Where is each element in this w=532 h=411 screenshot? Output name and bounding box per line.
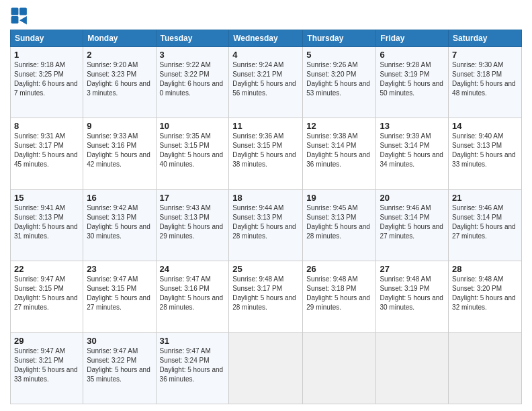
day-detail: Sunrise: 9:41 AM Sunset: 3:13 PM Dayligh…	[14, 203, 79, 241]
svg-marker-3	[19, 16, 27, 24]
calendar-cell: 14 Sunrise: 9:40 AM Sunset: 3:13 PM Dayl…	[449, 118, 522, 189]
day-number: 7	[452, 50, 518, 60]
calendar-week-3: 15 Sunrise: 9:41 AM Sunset: 3:13 PM Dayl…	[11, 189, 522, 261]
day-detail: Sunrise: 9:39 AM Sunset: 3:14 PM Dayligh…	[380, 132, 445, 169]
day-detail: Sunrise: 9:26 AM Sunset: 3:20 PM Dayligh…	[306, 60, 372, 98]
day-detail: Sunrise: 9:40 AM Sunset: 3:13 PM Dayligh…	[452, 132, 518, 169]
day-number: 18	[232, 193, 299, 203]
calendar-cell: 4 Sunrise: 9:24 AM Sunset: 3:21 PM Dayli…	[229, 47, 303, 118]
calendar-cell	[303, 332, 376, 404]
day-number: 27	[380, 264, 445, 274]
day-detail: Sunrise: 9:45 AM Sunset: 3:13 PM Dayligh…	[306, 203, 372, 241]
day-detail: Sunrise: 9:20 AM Sunset: 3:23 PM Dayligh…	[87, 60, 152, 98]
day-detail: Sunrise: 9:42 AM Sunset: 3:13 PM Dayligh…	[87, 203, 152, 241]
calendar-header-wednesday: Wednesday	[229, 30, 303, 47]
calendar-cell: 3 Sunrise: 9:22 AM Sunset: 3:22 PM Dayli…	[156, 47, 229, 118]
day-detail: Sunrise: 9:47 AM Sunset: 3:15 PM Dayligh…	[14, 275, 79, 312]
day-detail: Sunrise: 9:48 AM Sunset: 3:20 PM Dayligh…	[452, 275, 518, 312]
calendar-week-2: 8 Sunrise: 9:31 AM Sunset: 3:17 PM Dayli…	[11, 118, 522, 189]
day-detail: Sunrise: 9:35 AM Sunset: 3:15 PM Dayligh…	[160, 132, 226, 169]
calendar-cell: 27 Sunrise: 9:48 AM Sunset: 3:19 PM Dayl…	[376, 261, 449, 332]
calendar-header-sunday: Sunday	[11, 30, 83, 47]
calendar-table: SundayMondayTuesdayWednesdayThursdayFrid…	[10, 30, 522, 404]
logo	[10, 7, 32, 26]
calendar-cell: 31 Sunrise: 9:47 AM Sunset: 3:24 PM Dayl…	[156, 332, 229, 404]
day-detail: Sunrise: 9:47 AM Sunset: 3:15 PM Dayligh…	[87, 275, 152, 312]
calendar-week-5: 29 Sunrise: 9:47 AM Sunset: 3:21 PM Dayl…	[11, 332, 522, 404]
page: SundayMondayTuesdayWednesdayThursdayFrid…	[0, 0, 532, 411]
calendar-cell: 11 Sunrise: 9:36 AM Sunset: 3:15 PM Dayl…	[229, 118, 303, 189]
day-detail: Sunrise: 9:30 AM Sunset: 3:18 PM Dayligh…	[452, 60, 518, 98]
day-detail: Sunrise: 9:48 AM Sunset: 3:18 PM Dayligh…	[306, 275, 372, 312]
calendar-cell: 22 Sunrise: 9:47 AM Sunset: 3:15 PM Dayl…	[11, 261, 83, 332]
calendar-cell: 13 Sunrise: 9:39 AM Sunset: 3:14 PM Dayl…	[376, 118, 449, 189]
calendar-header-thursday: Thursday	[303, 30, 376, 47]
day-detail: Sunrise: 9:46 AM Sunset: 3:14 PM Dayligh…	[380, 203, 445, 241]
calendar-cell: 15 Sunrise: 9:41 AM Sunset: 3:13 PM Dayl…	[11, 189, 83, 261]
day-detail: Sunrise: 9:33 AM Sunset: 3:16 PM Dayligh…	[87, 132, 152, 169]
calendar-cell: 24 Sunrise: 9:47 AM Sunset: 3:16 PM Dayl…	[156, 261, 229, 332]
calendar-cell: 30 Sunrise: 9:47 AM Sunset: 3:22 PM Dayl…	[83, 332, 156, 404]
day-number: 31	[160, 336, 226, 346]
day-number: 24	[160, 264, 226, 274]
day-number: 8	[14, 121, 79, 131]
day-number: 11	[232, 121, 299, 131]
calendar-cell: 8 Sunrise: 9:31 AM Sunset: 3:17 PM Dayli…	[11, 118, 83, 189]
day-detail: Sunrise: 9:43 AM Sunset: 3:13 PM Dayligh…	[160, 203, 226, 241]
calendar-cell: 12 Sunrise: 9:38 AM Sunset: 3:14 PM Dayl…	[303, 118, 376, 189]
day-number: 12	[306, 121, 372, 131]
calendar-cell: 21 Sunrise: 9:46 AM Sunset: 3:14 PM Dayl…	[449, 189, 522, 261]
calendar-header-monday: Monday	[83, 30, 156, 47]
logo-icon	[10, 7, 29, 26]
day-number: 16	[87, 193, 152, 203]
calendar-cell: 6 Sunrise: 9:28 AM Sunset: 3:19 PM Dayli…	[376, 47, 449, 118]
calendar-header-friday: Friday	[376, 30, 449, 47]
day-detail: Sunrise: 9:31 AM Sunset: 3:17 PM Dayligh…	[14, 132, 79, 169]
day-detail: Sunrise: 9:22 AM Sunset: 3:22 PM Dayligh…	[160, 60, 226, 98]
header	[10, 7, 522, 26]
calendar-cell: 26 Sunrise: 9:48 AM Sunset: 3:18 PM Dayl…	[303, 261, 376, 332]
day-number: 9	[87, 121, 152, 131]
calendar-cell: 20 Sunrise: 9:46 AM Sunset: 3:14 PM Dayl…	[376, 189, 449, 261]
day-detail: Sunrise: 9:47 AM Sunset: 3:16 PM Dayligh…	[160, 275, 226, 312]
calendar-cell	[376, 332, 449, 404]
day-detail: Sunrise: 9:18 AM Sunset: 3:25 PM Dayligh…	[14, 60, 79, 98]
day-detail: Sunrise: 9:38 AM Sunset: 3:14 PM Dayligh…	[306, 132, 372, 169]
calendar-week-4: 22 Sunrise: 9:47 AM Sunset: 3:15 PM Dayl…	[11, 261, 522, 332]
day-number: 4	[232, 50, 299, 60]
day-number: 20	[380, 193, 445, 203]
svg-rect-1	[19, 8, 27, 15]
day-number: 19	[306, 193, 372, 203]
calendar-header-saturday: Saturday	[449, 30, 522, 47]
day-number: 14	[452, 121, 518, 131]
calendar-cell: 17 Sunrise: 9:43 AM Sunset: 3:13 PM Dayl…	[156, 189, 229, 261]
calendar-cell: 25 Sunrise: 9:48 AM Sunset: 3:17 PM Dayl…	[229, 261, 303, 332]
day-number: 15	[14, 193, 79, 203]
day-detail: Sunrise: 9:24 AM Sunset: 3:21 PM Dayligh…	[232, 60, 299, 98]
calendar-header-tuesday: Tuesday	[156, 30, 229, 47]
day-number: 21	[452, 193, 518, 203]
calendar-cell: 7 Sunrise: 9:30 AM Sunset: 3:18 PM Dayli…	[449, 47, 522, 118]
calendar-cell: 29 Sunrise: 9:47 AM Sunset: 3:21 PM Dayl…	[11, 332, 83, 404]
calendar-cell	[449, 332, 522, 404]
day-number: 3	[160, 50, 226, 60]
calendar-cell: 19 Sunrise: 9:45 AM Sunset: 3:13 PM Dayl…	[303, 189, 376, 261]
day-number: 22	[14, 264, 79, 274]
day-number: 6	[380, 50, 445, 60]
calendar-cell: 1 Sunrise: 9:18 AM Sunset: 3:25 PM Dayli…	[11, 47, 83, 118]
svg-rect-2	[11, 16, 19, 24]
day-detail: Sunrise: 9:47 AM Sunset: 3:22 PM Dayligh…	[87, 347, 152, 384]
calendar-cell: 9 Sunrise: 9:33 AM Sunset: 3:16 PM Dayli…	[83, 118, 156, 189]
day-detail: Sunrise: 9:28 AM Sunset: 3:19 PM Dayligh…	[380, 60, 445, 98]
calendar-cell: 18 Sunrise: 9:44 AM Sunset: 3:13 PM Dayl…	[229, 189, 303, 261]
calendar-week-1: 1 Sunrise: 9:18 AM Sunset: 3:25 PM Dayli…	[11, 47, 522, 118]
calendar-cell: 16 Sunrise: 9:42 AM Sunset: 3:13 PM Dayl…	[83, 189, 156, 261]
day-detail: Sunrise: 9:47 AM Sunset: 3:21 PM Dayligh…	[14, 347, 79, 384]
calendar-cell: 28 Sunrise: 9:48 AM Sunset: 3:20 PM Dayl…	[449, 261, 522, 332]
day-detail: Sunrise: 9:47 AM Sunset: 3:24 PM Dayligh…	[160, 347, 226, 384]
day-number: 25	[232, 264, 299, 274]
day-detail: Sunrise: 9:48 AM Sunset: 3:19 PM Dayligh…	[380, 275, 445, 312]
calendar-cell: 10 Sunrise: 9:35 AM Sunset: 3:15 PM Dayl…	[156, 118, 229, 189]
day-number: 26	[306, 264, 372, 274]
day-detail: Sunrise: 9:46 AM Sunset: 3:14 PM Dayligh…	[452, 203, 518, 241]
